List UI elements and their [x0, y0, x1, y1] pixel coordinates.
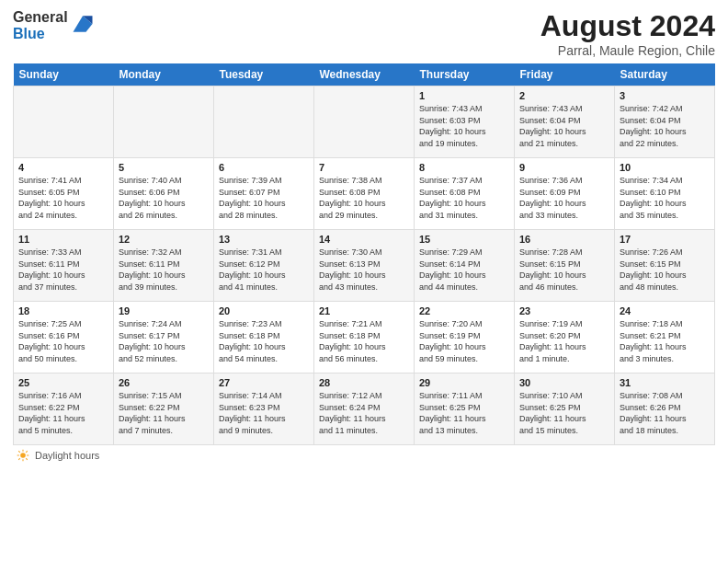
calendar-cell: 15Sunrise: 7:29 AM Sunset: 6:14 PM Dayli… — [415, 230, 515, 302]
calendar-cell: 3Sunrise: 7:42 AM Sunset: 6:04 PM Daylig… — [615, 86, 715, 158]
day-number: 14 — [319, 234, 409, 245]
day-number: 21 — [319, 305, 409, 316]
weekday-header-tuesday: Tuesday — [214, 63, 314, 86]
day-number: 30 — [519, 377, 609, 388]
day-info: Sunrise: 7:11 AM Sunset: 6:25 PM Dayligh… — [419, 390, 509, 436]
weekday-header-sunday: Sunday — [14, 63, 114, 86]
day-number: 13 — [219, 234, 309, 245]
day-info: Sunrise: 7:38 AM Sunset: 6:08 PM Dayligh… — [319, 175, 409, 221]
day-number: 6 — [219, 162, 309, 173]
calendar-cell: 31Sunrise: 7:08 AM Sunset: 6:26 PM Dayli… — [615, 373, 715, 445]
weekday-header-row: SundayMondayTuesdayWednesdayThursdayFrid… — [14, 63, 715, 86]
calendar-cell: 14Sunrise: 7:30 AM Sunset: 6:13 PM Dayli… — [314, 230, 415, 302]
day-number: 17 — [620, 234, 710, 245]
calendar-cell: 23Sunrise: 7:19 AM Sunset: 6:20 PM Dayli… — [515, 302, 615, 373]
weekday-header-saturday: Saturday — [615, 63, 715, 86]
day-info: Sunrise: 7:18 AM Sunset: 6:21 PM Dayligh… — [620, 318, 710, 364]
calendar-cell — [114, 86, 214, 158]
calendar-cell: 28Sunrise: 7:12 AM Sunset: 6:24 PM Dayli… — [314, 373, 415, 445]
logo-text: General Blue — [13, 9, 68, 41]
calendar-cell: 7Sunrise: 7:38 AM Sunset: 6:08 PM Daylig… — [314, 158, 415, 230]
day-info: Sunrise: 7:29 AM Sunset: 6:14 PM Dayligh… — [419, 247, 509, 293]
calendar-cell: 19Sunrise: 7:24 AM Sunset: 6:17 PM Dayli… — [114, 302, 214, 373]
day-info: Sunrise: 7:28 AM Sunset: 6:15 PM Dayligh… — [519, 247, 609, 293]
calendar-cell: 16Sunrise: 7:28 AM Sunset: 6:15 PM Dayli… — [515, 230, 615, 302]
weekday-header-thursday: Thursday — [415, 63, 515, 86]
calendar-cell: 6Sunrise: 7:39 AM Sunset: 6:07 PM Daylig… — [214, 158, 314, 230]
day-info: Sunrise: 7:23 AM Sunset: 6:18 PM Dayligh… — [219, 318, 309, 364]
calendar-cell: 11Sunrise: 7:33 AM Sunset: 6:11 PM Dayli… — [14, 230, 114, 302]
svg-line-8 — [26, 458, 28, 460]
day-number: 16 — [519, 234, 609, 245]
day-number: 4 — [18, 162, 108, 173]
daylight-hours-label: Daylight hours — [35, 450, 99, 461]
day-number: 7 — [319, 162, 409, 173]
calendar-week-row: 25Sunrise: 7:16 AM Sunset: 6:22 PM Dayli… — [14, 373, 715, 445]
calendar-cell: 22Sunrise: 7:20 AM Sunset: 6:19 PM Dayli… — [415, 302, 515, 373]
day-number: 22 — [419, 305, 509, 316]
weekday-header-friday: Friday — [515, 63, 615, 86]
calendar-cell: 9Sunrise: 7:36 AM Sunset: 6:09 PM Daylig… — [515, 158, 615, 230]
calendar-week-row: 11Sunrise: 7:33 AM Sunset: 6:11 PM Dayli… — [14, 230, 715, 302]
day-number: 27 — [219, 377, 309, 388]
day-info: Sunrise: 7:26 AM Sunset: 6:15 PM Dayligh… — [620, 247, 710, 293]
day-info: Sunrise: 7:15 AM Sunset: 6:22 PM Dayligh… — [119, 390, 209, 436]
day-info: Sunrise: 7:42 AM Sunset: 6:04 PM Dayligh… — [620, 103, 710, 149]
legend: Daylight hours — [13, 449, 715, 462]
day-info: Sunrise: 7:39 AM Sunset: 6:07 PM Dayligh… — [219, 175, 309, 221]
calendar-cell: 25Sunrise: 7:16 AM Sunset: 6:22 PM Dayli… — [14, 373, 114, 445]
day-info: Sunrise: 7:41 AM Sunset: 6:05 PM Dayligh… — [18, 175, 108, 221]
weekday-header-monday: Monday — [114, 63, 214, 86]
calendar-table: SundayMondayTuesdayWednesdayThursdayFrid… — [13, 63, 715, 445]
calendar-cell — [314, 86, 415, 158]
day-number: 12 — [119, 234, 209, 245]
day-info: Sunrise: 7:21 AM Sunset: 6:18 PM Dayligh… — [319, 318, 409, 364]
calendar-cell: 8Sunrise: 7:37 AM Sunset: 6:08 PM Daylig… — [415, 158, 515, 230]
day-info: Sunrise: 7:33 AM Sunset: 6:11 PM Dayligh… — [18, 247, 108, 293]
page-container: General Blue August 2024 Parral, Maule R… — [0, 0, 728, 467]
svg-line-10 — [18, 458, 20, 460]
day-number: 20 — [219, 305, 309, 316]
day-number: 5 — [119, 162, 209, 173]
calendar-cell — [214, 86, 314, 158]
day-info: Sunrise: 7:24 AM Sunset: 6:17 PM Dayligh… — [119, 318, 209, 364]
logo-blue: Blue — [13, 26, 68, 42]
day-info: Sunrise: 7:43 AM Sunset: 6:04 PM Dayligh… — [519, 103, 609, 149]
location-subtitle: Parral, Maule Region, Chile — [540, 43, 715, 58]
day-number: 11 — [18, 234, 108, 245]
calendar-week-row: 4Sunrise: 7:41 AM Sunset: 6:05 PM Daylig… — [14, 158, 715, 230]
calendar-cell: 13Sunrise: 7:31 AM Sunset: 6:12 PM Dayli… — [214, 230, 314, 302]
sun-icon — [17, 449, 29, 462]
weekday-header-wednesday: Wednesday — [314, 63, 415, 86]
day-info: Sunrise: 7:14 AM Sunset: 6:23 PM Dayligh… — [219, 390, 309, 436]
calendar-cell: 2Sunrise: 7:43 AM Sunset: 6:04 PM Daylig… — [515, 86, 615, 158]
svg-point-2 — [20, 453, 26, 458]
day-number: 28 — [319, 377, 409, 388]
calendar-cell: 18Sunrise: 7:25 AM Sunset: 6:16 PM Dayli… — [14, 302, 114, 373]
header: General Blue August 2024 Parral, Maule R… — [13, 9, 715, 58]
day-number: 31 — [620, 377, 710, 388]
calendar-cell: 10Sunrise: 7:34 AM Sunset: 6:10 PM Dayli… — [615, 158, 715, 230]
day-number: 10 — [620, 162, 710, 173]
calendar-cell: 24Sunrise: 7:18 AM Sunset: 6:21 PM Dayli… — [615, 302, 715, 373]
day-info: Sunrise: 7:20 AM Sunset: 6:19 PM Dayligh… — [419, 318, 509, 364]
logo: General Blue — [13, 9, 96, 41]
day-number: 3 — [620, 90, 710, 101]
calendar-week-row: 1Sunrise: 7:43 AM Sunset: 6:03 PM Daylig… — [14, 86, 715, 158]
svg-line-9 — [26, 451, 28, 453]
day-number: 23 — [519, 305, 609, 316]
day-info: Sunrise: 7:10 AM Sunset: 6:25 PM Dayligh… — [519, 390, 609, 436]
day-number: 29 — [419, 377, 509, 388]
day-number: 19 — [119, 305, 209, 316]
day-number: 1 — [419, 90, 509, 101]
calendar-cell: 20Sunrise: 7:23 AM Sunset: 6:18 PM Dayli… — [214, 302, 314, 373]
day-number: 26 — [119, 377, 209, 388]
logo-icon — [70, 11, 96, 37]
day-number: 2 — [519, 90, 609, 101]
day-info: Sunrise: 7:43 AM Sunset: 6:03 PM Dayligh… — [419, 103, 509, 149]
calendar-cell: 4Sunrise: 7:41 AM Sunset: 6:05 PM Daylig… — [14, 158, 114, 230]
day-info: Sunrise: 7:32 AM Sunset: 6:11 PM Dayligh… — [119, 247, 209, 293]
month-year-title: August 2024 — [540, 9, 715, 43]
day-info: Sunrise: 7:16 AM Sunset: 6:22 PM Dayligh… — [18, 390, 108, 436]
day-info: Sunrise: 7:12 AM Sunset: 6:24 PM Dayligh… — [319, 390, 409, 436]
